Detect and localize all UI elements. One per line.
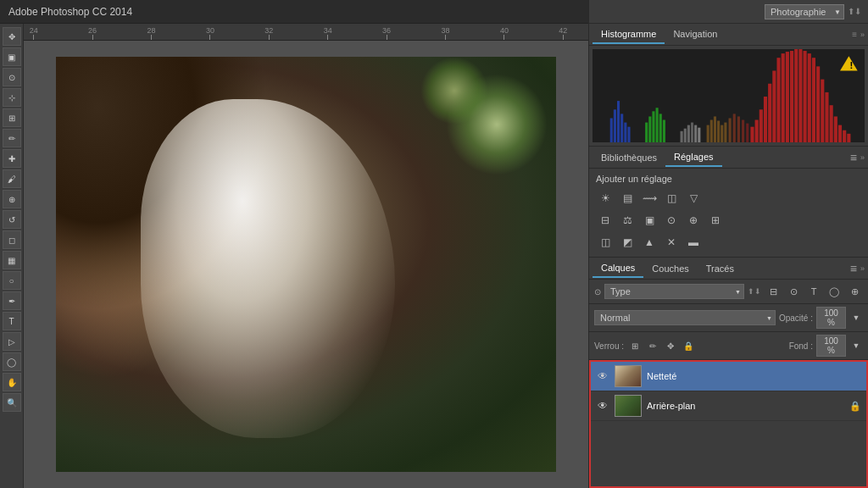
eyedropper-tool[interactable]: ✏ [3,129,21,147]
clone-tool[interactable]: ⊕ [3,190,21,208]
shape-tool[interactable]: ◯ [3,352,21,371]
layers-menu[interactable]: ≡ [850,262,857,275]
ruler-mark-32: 32 [264,26,273,40]
filter-icon: ⊙ [594,287,601,297]
workspace-arrows: ⬆⬇ [848,7,861,16]
tab-calques[interactable]: Calques [593,259,643,278]
adj-icon-posterize[interactable]: ◩ [618,233,637,252]
adj-icon-gradmap[interactable]: ▬ [684,233,703,252]
svg-rect-3 [617,101,620,142]
marquee-tool[interactable]: ▣ [3,47,21,66]
adj-icon-curves[interactable]: ⟿ [640,189,659,208]
adj-icon-vibrance[interactable]: ▽ [684,189,703,208]
svg-rect-28 [816,66,820,142]
opacity-dropdown-btn[interactable]: ▼ [849,311,863,324]
svg-rect-44 [714,116,716,142]
adj-icon-hsl[interactable]: ⊟ [596,211,615,230]
tab-couches[interactable]: Couches [643,260,697,277]
tab-histogramme[interactable]: Histogramme [593,25,665,44]
ruler-mark-26: 26 [88,26,97,40]
zoom-tool[interactable]: 🔍 [3,393,21,412]
tab-reglages[interactable]: Réglages [665,148,721,167]
filter-icon-pixel[interactable]: ⊟ [765,283,782,300]
svg-rect-1 [610,118,613,142]
eraser-tool[interactable]: ◻ [3,230,21,249]
histogram-collapse-arrow[interactable]: » [860,30,865,39]
move-tool[interactable]: ✥ [3,27,21,46]
svg-rect-17 [768,84,771,142]
workspace-select[interactable]: Photographie [765,4,844,19]
ruler-mark-34: 34 [324,26,332,40]
svg-rect-13 [750,127,754,142]
tab-traces[interactable]: Tracés [698,260,743,277]
fill-value[interactable]: 100 % [816,335,846,357]
adj-icon-photofilter[interactable]: ⊙ [662,211,681,230]
filter-icon-text[interactable]: T [805,283,822,300]
eye-btn-nettete[interactable]: 👁 [596,369,609,383]
svg-rect-42 [707,125,709,142]
filter-icon-shape[interactable]: ◯ [826,283,843,300]
lock-position-btn[interactable]: ✥ [663,338,678,353]
pen-tool[interactable]: ✒ [3,291,21,310]
adjustments-collapse-arrow[interactable]: » [860,153,865,162]
adj-icon-selectivecolor[interactable]: ✕ [662,233,681,252]
lock-all-btn[interactable]: 🔒 [681,338,696,353]
adjustments-title: Ajouter un réglage [589,169,868,187]
adj-icon-colorbalance[interactable]: ⚖ [618,211,637,230]
eye-btn-arrieplan[interactable]: 👁 [596,399,609,413]
svg-rect-29 [821,80,824,142]
fill-dropdown-btn[interactable]: ▼ [849,339,863,352]
adj-icon-colorgr[interactable]: ⊞ [706,211,725,230]
adj-icon-levels[interactable]: ▤ [618,189,637,208]
adj-icon-bw[interactable]: ▣ [640,211,659,230]
adj-icons-row3: ◫ ◩ ▲ ✕ ▬ [589,231,868,253]
histogram-menu[interactable]: ≡ [852,30,857,39]
layer-thumb-arrieplan [615,395,642,417]
ruler-mark-24: 24 [30,26,38,40]
lasso-tool[interactable]: ⊙ [3,68,21,86]
blend-select-wrapper[interactable]: Normal [594,310,776,325]
svg-text:!: ! [849,61,853,71]
ruler-mark-40: 40 [500,26,509,40]
adj-icon-brightness[interactable]: ☀ [596,189,615,208]
layer-item-nettete[interactable]: 👁 Netteté [591,362,866,391]
svg-rect-21 [786,52,789,142]
left-toolbar: ✥ ▣ ⊙ ⊹ ⊞ ✏ ✚ 🖌 ⊕ ↺ ◻ ▦ ○ ✒ T ▷ ◯ ✋ 🔍 [0,24,24,488]
heal-tool[interactable]: ✚ [3,149,21,168]
adj-icon-threshold[interactable]: ▲ [640,233,659,252]
adj-icon-exposure[interactable]: ◫ [662,189,681,208]
gradient-tool[interactable]: ▦ [3,251,21,269]
layers-collapse-arrow[interactable]: » [860,264,865,273]
type-select[interactable]: Type [604,284,744,299]
workspace-selector-wrapper[interactable]: Photographie [765,4,844,19]
canvas-area [24,41,588,488]
filter-icon-adj[interactable]: ⊙ [785,283,802,300]
filter-toggle-arrow[interactable]: ⬆⬇ [748,287,761,296]
layer-item-arrieplan[interactable]: 👁 Arrière-plan 🔒 [591,391,866,421]
blend-mode-select[interactable]: Normal [594,310,776,325]
photo [56,57,556,472]
svg-rect-15 [760,109,763,142]
adj-icon-invert[interactable]: ◫ [596,233,615,252]
type-select-wrapper[interactable]: Type [604,284,744,299]
lock-transparent-btn[interactable]: ⊞ [627,338,643,353]
svg-rect-31 [830,105,833,142]
magic-wand-tool[interactable]: ⊹ [3,88,21,107]
tab-bibliotheques[interactable]: Bibliothèques [593,149,665,166]
svg-rect-52 [746,124,748,142]
text-tool[interactable]: T [3,312,21,330]
svg-rect-7 [645,123,648,142]
crop-tool[interactable]: ⊞ [3,108,21,127]
dodge-tool[interactable]: ○ [3,271,21,290]
brush-tool[interactable]: 🖌 [3,169,21,188]
adjustments-menu[interactable]: ≡ [850,151,857,164]
adj-icon-mixer[interactable]: ⊕ [684,211,703,230]
lock-image-btn[interactable]: ✏ [645,338,660,353]
filter-icon-smart[interactable]: ⊕ [846,283,863,300]
path-tool[interactable]: ▷ [3,332,21,351]
svg-rect-50 [737,116,740,142]
opacity-value[interactable]: 100 % [816,307,846,329]
history-brush-tool[interactable]: ↺ [3,210,21,229]
hand-tool[interactable]: ✋ [3,373,21,391]
tab-navigation[interactable]: Navigation [665,25,726,44]
